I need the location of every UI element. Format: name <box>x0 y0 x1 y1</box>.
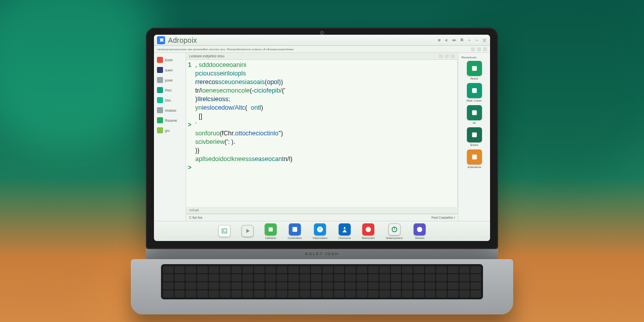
svg-rect-15 <box>394 227 394 229</box>
code-line[interactable]: sonforuo(fChr.ottochecioctinlo'') <box>186 129 457 138</box>
code-line[interactable]: > <box>186 164 457 172</box>
editor-action-icon[interactable] <box>445 54 449 58</box>
taskbar-label: Ocesocrw <box>339 236 351 239</box>
titlebar: Adropoix <box>154 35 490 46</box>
right-card-label: Aesue <box>470 77 478 80</box>
tag-icon <box>157 77 163 83</box>
svg-rect-5 <box>472 132 476 137</box>
card-b[interactable] <box>467 83 482 98</box>
card-a[interactable] <box>467 61 482 76</box>
subbar-pill[interactable] <box>471 47 475 51</box>
leaf-icon <box>157 117 163 123</box>
svg-rect-1 <box>475 40 479 40</box>
svg-rect-9 <box>293 228 296 228</box>
svg-rect-3 <box>472 88 476 93</box>
tb-tool-f[interactable]: Ocesocrw <box>339 223 351 239</box>
wifi-icon[interactable] <box>437 38 442 43</box>
webcam-dot <box>320 31 324 35</box>
card-e[interactable] <box>467 149 482 165</box>
sidebar-item-4[interactable]: Dirs <box>156 96 184 104</box>
tb-tool-i[interactable]: Streses <box>414 223 426 239</box>
sidebar-item-3[interactable]: Perc <box>156 86 184 94</box>
app-logo-icon <box>157 36 165 44</box>
tb-tool-h[interactable]: Grearsyonenr <box>386 223 403 239</box>
taskbar-label: Reesorent <box>362 236 374 239</box>
gutter <box>186 104 193 112</box>
editor-tab-label[interactable]: Leideare estipetice sbso <box>189 54 224 58</box>
laptop-lid: Adropoix carsececsensonocses ses pesenel… <box>146 28 498 249</box>
status-left: C fiot fne <box>189 216 202 219</box>
laptop-frame: Adropoix carsececsensonocses ses pesenel… <box>131 28 513 314</box>
code-text: ' <box>193 121 196 129</box>
tb-tool-c[interactable]: Cefroess <box>265 223 277 239</box>
code-line[interactable]: pcioucsseiriloiopls <box>186 69 457 78</box>
code-text: rrerecossceuonesiasoais(opol)) <box>193 78 283 87</box>
gutter <box>186 95 193 104</box>
system-tray <box>437 38 487 43</box>
sidebar-item-label: Rossme <box>165 119 177 122</box>
code-line[interactable]: ynieslocedow/Altc( ontl) <box>186 104 457 112</box>
tb-tool-i-icon <box>414 223 426 235</box>
card-d[interactable] <box>467 127 482 142</box>
code-line[interactable]: [] <box>186 112 457 121</box>
code-line[interactable]: )} <box>186 146 457 155</box>
card-c[interactable] <box>467 105 482 120</box>
tb-terminal[interactable] <box>218 225 230 238</box>
code-text: apllsedoidoclkneessseaseocantn/l) <box>193 155 292 164</box>
terminal-prompt: relat <box>189 208 199 212</box>
editor-tabstrip: Leideare estipetice sbso <box>186 53 458 60</box>
tb-tool-e[interactable]: Hepcontess <box>313 223 328 239</box>
gear-icon[interactable] <box>467 38 472 43</box>
gutter <box>186 78 193 87</box>
sidebar-item-1[interactable]: sown <box>156 66 184 74</box>
svg-rect-6 <box>472 154 476 159</box>
code-line[interactable]: >' <box>186 121 457 129</box>
sidebar-item-label: Dirs <box>165 99 171 102</box>
sidebar-item-5[interactable]: mosesc <box>156 106 184 114</box>
gutter: 1 <box>186 61 193 69</box>
tb-play[interactable] <box>242 225 254 238</box>
code-text: ynieslocedow/Altc( ontl) <box>193 104 263 112</box>
terminal-tab[interactable]: relat <box>186 207 458 214</box>
code-text: tr/loenesecmoncole(-ciciofepib/(' <box>193 87 285 95</box>
volume-icon[interactable] <box>444 38 449 43</box>
svg-point-0 <box>469 39 470 41</box>
sidebar-item-2[interactable]: pows <box>156 76 184 84</box>
right-card-label: xls <box>472 121 476 124</box>
code-line[interactable]: tr/loenesecmoncole(-ciciofepib/(' <box>186 87 457 95</box>
right-card-label: Aotesalusa <box>467 166 481 169</box>
bell-icon[interactable] <box>459 38 464 43</box>
subbar-pill[interactable] <box>483 47 487 51</box>
battery-icon[interactable] <box>452 38 457 43</box>
sidebar-item-label: gro <box>165 129 170 132</box>
code-line[interactable]: )Ilrelcsieoss; <box>186 95 457 104</box>
taskbar: CefroessCusrerdessHepcontessOcesocrwRees… <box>154 221 490 241</box>
subbar-pill[interactable] <box>477 47 481 51</box>
tb-tool-g[interactable]: Reesorent <box>362 223 374 239</box>
right-card-label: Erewa <box>470 143 478 146</box>
sidebar-item-6[interactable]: Rossme <box>156 116 184 124</box>
code-line[interactable]: apllsedoidoclkneessseaseocantn/l) <box>186 155 457 164</box>
sidebar-item-7[interactable]: gro <box>156 126 184 134</box>
editor-action-icon[interactable] <box>439 54 443 58</box>
tb-tool-d[interactable]: Cusrerdess <box>288 223 302 239</box>
close-icon[interactable] <box>482 38 487 43</box>
gutter <box>186 155 193 164</box>
code-line[interactable]: 1, sdddooceeoanini <box>186 61 457 69</box>
app-title: Adropoix <box>168 36 197 44</box>
code-text: sonforuo(fChr.ottochecioctinlo'') <box>193 129 283 138</box>
code-text <box>193 164 195 172</box>
svg-rect-11 <box>293 230 295 230</box>
tb-tool-f-icon <box>339 223 351 235</box>
code-line[interactable]: scivberiew(': ). <box>186 138 457 146</box>
doc-icon <box>157 57 163 63</box>
code-area[interactable]: 1, sdddooceeoaninipcioucsseiriloioplsrre… <box>186 60 458 207</box>
code-text: pcioucsseiriloiopls <box>193 69 246 78</box>
taskbar-label: Streses <box>415 236 425 239</box>
sidebar-item-0[interactable]: Emtn <box>156 56 184 64</box>
code-editor: Leideare estipetice sbso 1, sdddooceeoan… <box>186 53 458 221</box>
editor-action-icon[interactable] <box>451 54 455 58</box>
minimize-icon[interactable] <box>474 38 479 43</box>
code-line[interactable]: rrerecossceuonesiasoais(opol)) <box>186 78 457 87</box>
sidebar-item-label: pows <box>165 78 173 82</box>
